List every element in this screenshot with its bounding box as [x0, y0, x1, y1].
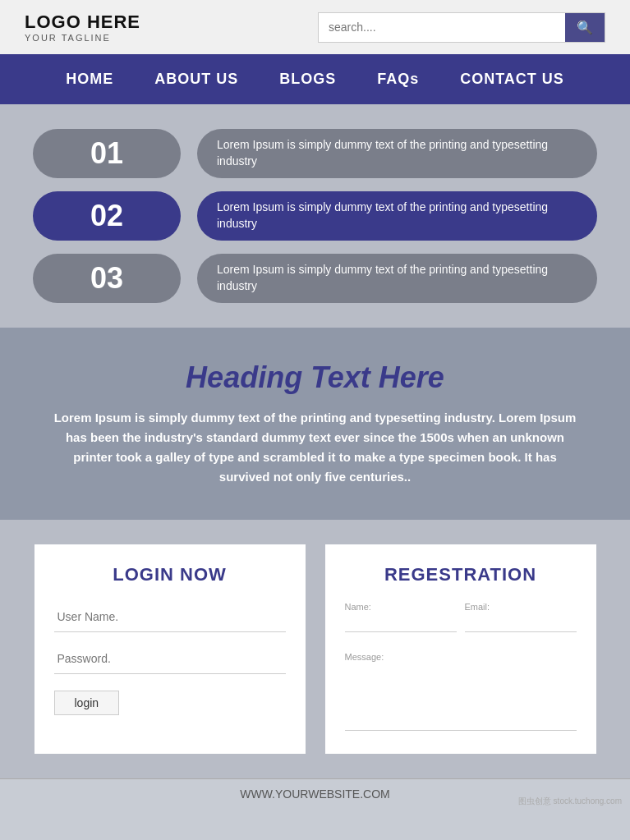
heading-title: Heading Text Here	[49, 360, 581, 395]
watermark: 图虫创意 stock.tuchong.com	[518, 796, 622, 807]
reg-name-email-row: Name: Email:	[345, 602, 577, 644]
feature-row-1: 01 Lorem Ipsum is simply dummy text of t…	[33, 129, 597, 178]
feature-text-2: Lorem Ipsum is simply dummy text of the …	[197, 191, 597, 241]
nav-blogs[interactable]: BLOGS	[279, 71, 336, 88]
heading-body: Lorem Ipsum is simply dummy text of the …	[49, 408, 581, 487]
reg-email-label: Email:	[465, 602, 577, 612]
heading-section: Heading Text Here Lorem Ipsum is simply …	[0, 328, 630, 520]
navbar: HOME ABOUT US BLOGS FAQs CONTACT US	[0, 54, 630, 104]
reg-email-input[interactable]	[465, 613, 577, 632]
feature-number-1: 01	[33, 129, 181, 178]
logo-area: LOGO HERE YOUR TAGLINE	[25, 11, 140, 43]
reg-message-wrap: Message:	[345, 652, 577, 734]
reg-message-label: Message:	[345, 652, 577, 662]
reg-name-field: Name:	[345, 602, 457, 644]
login-card: LOGIN NOW login	[34, 544, 306, 754]
registration-title: REGESTRATION	[345, 564, 577, 585]
logo-title: LOGO HERE	[25, 11, 140, 33]
feature-number-3: 03	[33, 254, 181, 303]
footer: WWW.YOURWEBSITE.COM 图虫创意 stock.tuchong.c…	[0, 778, 630, 809]
search-button[interactable]: 🔍	[565, 13, 605, 42]
logo-tagline: YOUR TAGLINE	[25, 33, 140, 43]
feature-row-2: 02 Lorem Ipsum is simply dummy text of t…	[33, 191, 597, 241]
login-button[interactable]: login	[54, 691, 120, 715]
feature-text-1: Lorem Ipsum is simply dummy text of the …	[197, 129, 597, 178]
feature-number-2: 02	[33, 191, 181, 241]
nav-faqs[interactable]: FAQs	[377, 71, 419, 88]
reg-name-input[interactable]	[345, 613, 457, 632]
search-input[interactable]	[319, 14, 565, 40]
features-section: 01 Lorem Ipsum is simply dummy text of t…	[0, 104, 630, 328]
password-input[interactable]	[54, 644, 286, 674]
login-title: LOGIN NOW	[54, 564, 286, 585]
feature-text-3: Lorem Ipsum is simply dummy text of the …	[197, 254, 597, 303]
registration-card: REGESTRATION Name: Email: Message:	[325, 544, 596, 754]
footer-website: WWW.YOURWEBSITE.COM	[240, 787, 390, 801]
feature-row-3: 03 Lorem Ipsum is simply dummy text of t…	[33, 254, 597, 303]
search-bar: 🔍	[318, 12, 605, 43]
nav-contact[interactable]: CONTACT US	[460, 71, 564, 88]
reg-email-field: Email:	[465, 602, 577, 644]
nav-home[interactable]: HOME	[66, 71, 113, 88]
nav-about[interactable]: ABOUT US	[154, 71, 238, 88]
reg-name-label: Name:	[345, 602, 457, 612]
reg-message-textarea[interactable]	[345, 665, 577, 731]
forms-section: LOGIN NOW login REGESTRATION Name: Email…	[0, 520, 630, 778]
username-input[interactable]	[54, 602, 286, 632]
header: LOGO HERE YOUR TAGLINE 🔍	[0, 0, 630, 54]
